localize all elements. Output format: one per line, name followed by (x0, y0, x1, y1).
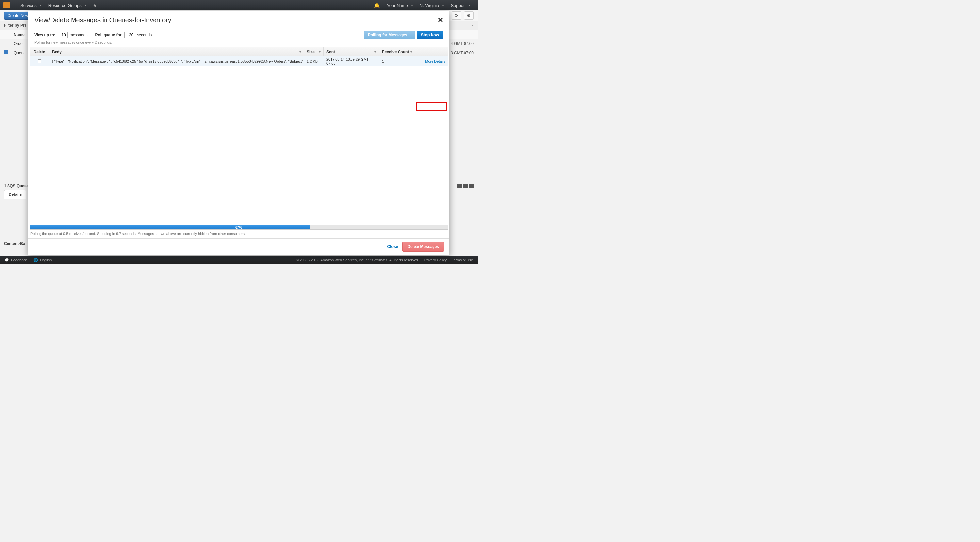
modal-title: View/Delete Messages in Queues-for-Inven… (34, 16, 171, 24)
nav-resource-groups[interactable]: Resource Groups (45, 3, 90, 8)
create-queue-button[interactable]: Create New (4, 12, 32, 20)
chevron-down-icon (84, 5, 87, 6)
col-receive-count[interactable]: Receive Count (379, 47, 415, 56)
nav-services[interactable]: Services (17, 3, 45, 8)
col-delete[interactable]: Delete (30, 47, 49, 56)
nav-services-label: Services (20, 3, 37, 8)
bell-icon[interactable]: 🔔 (370, 3, 383, 8)
message-receive-count: 1 (379, 57, 415, 66)
nav-user-label: Your Name (387, 3, 408, 8)
col-size[interactable]: Size (304, 47, 324, 56)
top-nav: Services Resource Groups ★ 🔔 Your Name N… (0, 0, 477, 10)
modal-header: View/Delete Messages in Queues-for-Inven… (29, 11, 449, 27)
copyright: © 2008 - 2017, Amazon Web Services, Inc.… (296, 258, 419, 262)
queue-ts: 4 GMT-07:00 (451, 41, 474, 46)
modal-controls: View up to: messages Poll queue for: sec… (29, 27, 449, 40)
messages-table: Delete Body Size Sent Receive Count { "T… (30, 47, 448, 223)
poll-for-label: Poll queue for: (95, 33, 123, 37)
view-icon[interactable] (469, 184, 474, 188)
polling-button: Polling for Messages... (364, 31, 415, 39)
message-size: 1.2 KB (304, 57, 324, 66)
aws-logo-icon[interactable] (3, 2, 10, 8)
row-checkbox[interactable] (4, 41, 8, 45)
polling-subtext: Polling for new messages once every 2 se… (29, 40, 449, 47)
message-body: { "Type" : "Notification", "MessageId" :… (49, 57, 304, 66)
close-button[interactable]: Close (387, 244, 398, 249)
select-all-checkbox[interactable] (4, 32, 8, 36)
chevron-down-icon (442, 5, 444, 6)
pin-icon[interactable]: ★ (90, 3, 100, 8)
chevron-down-icon (299, 51, 301, 52)
message-row[interactable]: { "Type" : "Notification", "MessageId" :… (30, 57, 448, 66)
more-details-link[interactable]: More Details (425, 59, 445, 63)
content-based-label: Content-Ba (4, 241, 25, 246)
chevron-down-icon (468, 5, 471, 6)
comment-icon: 💬 (5, 258, 9, 262)
filter-label: Filter by Pre (4, 23, 27, 28)
poll-progress-label: 67% (30, 225, 447, 230)
chevron-down-icon[interactable] (471, 25, 474, 26)
language-link[interactable]: 🌐English (33, 258, 52, 262)
nav-region-label: N. Virginia (420, 3, 439, 8)
view-up-to-label: View up to: (34, 33, 55, 37)
modal-footer: Close Delete Messages (29, 238, 449, 255)
col-body[interactable]: Body (49, 47, 304, 56)
delete-messages-button[interactable]: Delete Messages (402, 242, 444, 252)
nav-resource-groups-label: Resource Groups (48, 3, 82, 8)
highlight-box (417, 102, 447, 111)
footer: 💬Feedback 🌐English © 2008 - 2017, Amazon… (0, 256, 477, 264)
view-up-to-input[interactable] (57, 32, 68, 38)
terms-link[interactable]: Terms of Use (452, 258, 473, 262)
chevron-down-icon (39, 5, 42, 6)
privacy-link[interactable]: Privacy Policy (424, 258, 447, 262)
tab-details[interactable]: Details (4, 190, 27, 199)
col-actions (415, 47, 448, 56)
stop-now-button[interactable]: Stop Now (417, 31, 443, 39)
poll-progress: 67% (30, 225, 448, 230)
seconds-label: seconds (137, 33, 151, 37)
poll-for-input[interactable] (124, 32, 135, 38)
row-delete-checkbox[interactable] (38, 59, 41, 63)
view-icon[interactable] (457, 184, 462, 188)
col-sent[interactable]: Sent (324, 47, 379, 56)
message-sent: 2017-08-14 13:59:29 GMT-07:00 (324, 57, 379, 66)
view-icon[interactable] (463, 184, 468, 188)
globe-icon: 🌐 (33, 258, 38, 262)
feedback-link[interactable]: 💬Feedback (5, 258, 27, 262)
nav-region[interactable]: N. Virginia (417, 3, 448, 8)
nav-support[interactable]: Support (447, 3, 474, 8)
refresh-button[interactable]: ⟳ (452, 11, 461, 20)
chevron-down-icon (410, 5, 413, 6)
messages-table-header: Delete Body Size Sent Receive Count (30, 47, 448, 57)
messages-label: messages (70, 33, 88, 37)
chevron-down-icon (374, 51, 376, 52)
poll-status-text: Polling the queue at 0.5 receives/second… (29, 230, 449, 238)
chevron-down-icon (410, 51, 412, 52)
settings-button[interactable]: ⚙ (464, 11, 474, 20)
nav-support-label: Support (451, 3, 466, 8)
row-checkbox[interactable] (4, 50, 8, 54)
queue-ts: 3 GMT-07:00 (451, 51, 474, 55)
chevron-down-icon (319, 51, 321, 52)
nav-user[interactable]: Your Name (383, 3, 417, 8)
selection-count: 1 SQS Queue (4, 184, 29, 188)
close-icon[interactable]: ✕ (438, 16, 443, 24)
view-delete-messages-modal: View/Delete Messages in Queues-for-Inven… (28, 11, 450, 255)
